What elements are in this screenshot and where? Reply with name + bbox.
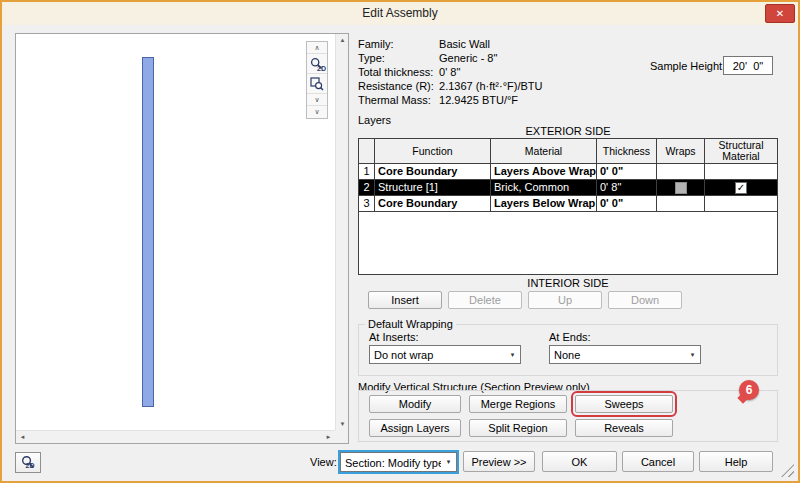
ok-button[interactable]: OK [542,451,617,472]
zoom-2d-label: 2D [26,462,35,469]
assign-layers-button[interactable]: Assign Layers [369,419,461,437]
default-wrapping-group: Default Wrapping At Inserts: Do not wrap… [358,324,778,376]
sample-height-input[interactable] [723,56,773,75]
modify-button[interactable]: Modify [369,395,461,413]
modify-structure-group: Modify Merge Regions Sweeps Assign Layer… [358,390,778,442]
view-dropdown-value: Section: Modify type [345,456,441,470]
chevron-down-icon: ▾ [506,347,519,362]
property-row-thickness: Total thickness: 0' 8" [358,66,460,78]
wraps-cell[interactable]: ✓ [657,164,705,179]
structural-cell[interactable]: ✓ [705,164,777,179]
zoom-2d-button[interactable]: 2D [307,54,327,74]
up-button[interactable]: Up [528,291,602,309]
insert-button[interactable]: Insert [368,291,442,309]
row-number-header [359,139,375,163]
preview-zoom-2d-button[interactable]: 2D [15,452,41,473]
function-cell[interactable]: Core Boundary [375,196,491,211]
zoom-2d-label: 2D [317,65,326,72]
default-wrapping-title: Default Wrapping [365,318,456,330]
property-row-type: Type: Generic - 8" [358,52,497,64]
exterior-side-label: EXTERIOR SIDE [358,125,778,137]
wraps-header: Wraps [657,139,705,163]
view-label: View: [310,456,337,468]
scrollbar-corner [335,430,348,443]
thickness-header: Thickness [597,139,657,163]
material-cell[interactable]: Layers Below Wrap [491,196,597,211]
reveals-button[interactable]: Reveals [575,419,673,437]
dialog-title: Edit Assembly [2,2,798,25]
interior-side-label: INTERIOR SIDE [358,277,778,289]
at-inserts-value: Do not wrap [374,348,505,362]
sweeps-button[interactable]: Sweeps [575,395,673,413]
scroll-left-icon[interactable]: ◄ [16,431,29,443]
function-cell[interactable]: Structure [1] [375,180,491,195]
nav-scroll-up-button[interactable]: ∧ [307,42,327,54]
wraps-cell[interactable]: ✓ [657,196,705,211]
view-dropdown[interactable]: Section: Modify type ▾ [340,452,457,472]
scroll-right-icon[interactable]: ► [322,431,335,443]
function-header: Function [375,139,491,163]
view-navigation-toolbar: ∧ 2D [306,41,328,119]
total-thickness-label: Total thickness: [358,66,436,78]
at-ends-dropdown[interactable]: None ▾ [549,345,701,364]
resize-grip[interactable] [781,464,794,477]
thickness-cell[interactable]: 0' 8" [597,180,657,195]
chevron-down-icon: ▾ [686,347,699,362]
titlebar[interactable]: Edit Assembly [2,2,798,25]
wraps-checkbox[interactable]: ✓ [675,182,687,194]
function-cell[interactable]: Core Boundary [375,164,491,179]
cancel-button[interactable]: Cancel [622,451,694,472]
property-row-family: Family: Basic Wall [358,38,490,50]
nav-scroll-down-button[interactable]: ∨ [307,94,327,106]
preview-pane[interactable]: ∧ 2D [15,33,349,444]
preview-vertical-scrollbar[interactable]: ▲ ▼ [335,34,348,430]
material-cell[interactable]: Layers Above Wrap [491,164,597,179]
down-button[interactable]: Down [608,291,682,309]
sample-height-label: Sample Height: [650,60,725,72]
thickness-cell[interactable]: 0' 0" [597,164,657,179]
table-row[interactable]: 2 Structure [1] Brick, Common 0' 8" ✓ ✓ [359,180,777,196]
at-ends-value: None [554,348,685,362]
thickness-cell[interactable]: 0' 0" [597,196,657,211]
table-row[interactable]: 1 Core Boundary Layers Above Wrap 0' 0" … [359,164,777,180]
total-thickness-value: 0' 8" [439,66,460,78]
merge-regions-button[interactable]: Merge Regions [469,395,567,413]
material-cell[interactable]: Brick, Common [491,180,597,195]
material-header: Material [491,139,597,163]
family-label: Family: [358,38,436,50]
structural-cell[interactable]: ✓ [705,180,777,195]
magnifier-2d-icon: 2D [21,455,36,470]
edit-assembly-dialog: Edit Assembly ✕ ∧ 2D [0,0,800,483]
at-ends-label: At Ends: [549,331,591,343]
property-row-thermal-mass: Thermal Mass: 12.9425 BTU/°F [358,94,518,106]
split-region-button[interactable]: Split Region [469,419,567,437]
table-row[interactable]: 3 Core Boundary Layers Below Wrap 0' 0" … [359,196,777,212]
at-inserts-dropdown[interactable]: Do not wrap ▾ [369,345,521,364]
scroll-up-icon[interactable]: ▲ [336,34,349,46]
row-number-cell: 3 [359,196,375,211]
structural-material-header: Structural Material [705,139,777,163]
wall-preview-rect[interactable] [142,57,154,407]
layers-table-header: Function Material Thickness Wraps Struct… [359,139,777,164]
preview-horizontal-scrollbar[interactable]: ◄ ► [16,430,335,443]
region-magnifier-icon [310,77,324,91]
close-button[interactable]: ✕ [765,4,795,23]
structural-checkbox[interactable]: ✓ [735,182,747,194]
thermal-mass-value: 12.9425 BTU/°F [439,94,518,106]
structural-cell[interactable]: ✓ [705,196,777,211]
zoom-region-button[interactable] [307,74,327,94]
layers-table-empty-area [359,212,777,274]
wraps-cell[interactable]: ✓ [657,180,705,195]
check-icon: ✓ [737,183,745,193]
property-row-resistance: Resistance (R): 2.1367 (h·ft²·°F)/BTU [358,80,542,92]
row-number-cell: 1 [359,164,375,179]
chevron-down-icon: ∨ [314,96,319,104]
chevron-down-icon: ∨ [314,108,319,116]
preview-toggle-button[interactable]: Preview >> [463,451,535,472]
delete-button[interactable]: Delete [448,291,522,309]
family-value: Basic Wall [439,38,490,50]
help-button[interactable]: Help [699,451,773,472]
step-callout-badge: 6 [739,380,759,400]
nav-more-button[interactable]: ∨ [307,106,327,118]
scroll-down-icon[interactable]: ▼ [336,418,349,430]
